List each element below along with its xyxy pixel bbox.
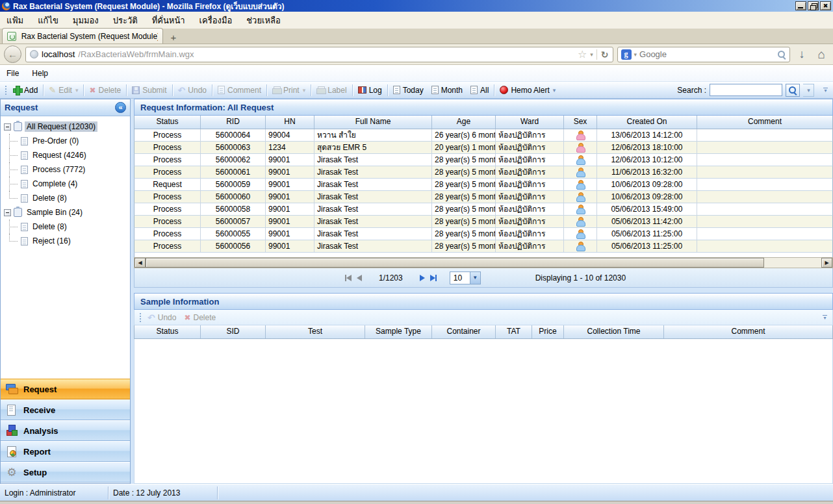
nav-item-setup[interactable]: ⚙ Setup	[1, 462, 130, 483]
nav-item-analysis[interactable]: Analysis	[1, 420, 130, 441]
table-row[interactable]: Request 56000059 99001 Jirasak Test 28 y…	[134, 179, 833, 191]
hemo-alert-button[interactable]: Hemo Alert ▾	[496, 83, 559, 97]
table-row[interactable]: Process 56000056 99001 Jirasak Test 28 y…	[134, 240, 833, 253]
menu-edit-th[interactable]: แก้ไข	[38, 14, 58, 27]
back-button[interactable]: ←	[4, 45, 21, 63]
column-header-comment[interactable]: Comment	[664, 325, 832, 338]
column-header-rid[interactable]: RID	[201, 116, 266, 129]
new-tab-button[interactable]: +	[165, 31, 182, 44]
browser-search-input[interactable]	[639, 49, 774, 59]
menu-history-th[interactable]: ประวัติ	[113, 14, 138, 27]
all-button[interactable]: All	[467, 83, 493, 97]
nav-item-request[interactable]: Request	[1, 379, 130, 399]
column-header-comment[interactable]: Comment	[697, 116, 832, 129]
tree-item-sample-bin[interactable]: Sample Bin (24)	[1, 205, 130, 220]
table-row[interactable]: Process 56000057 99001 Jirasak Test 28 y…	[134, 216, 833, 228]
next-page-button[interactable]	[420, 275, 425, 281]
tree-item-request[interactable]: Request (4246)	[1, 148, 130, 162]
scroll-left-icon[interactable]: ◀	[135, 258, 146, 268]
app-menu-file[interactable]: File	[6, 69, 19, 78]
column-header-sex[interactable]: Sex	[564, 116, 597, 129]
table-row[interactable]: Process 56000060 99001 Jirasak Test 28 y…	[134, 191, 833, 203]
scrollbar-thumb[interactable]	[146, 258, 764, 268]
toolbar-overflow-icon[interactable]	[821, 315, 828, 320]
restore-button[interactable]	[808, 1, 819, 10]
tree-item-complete[interactable]: Complete (4)	[1, 177, 130, 191]
comment-button[interactable]: Comment	[214, 83, 265, 97]
menu-tools-th[interactable]: เครื่องมือ	[199, 14, 233, 27]
table-row[interactable]: Process 56000063 1234 สุดสวย EMR 5 20 ye…	[134, 142, 833, 154]
column-header-status[interactable]: Status	[135, 116, 201, 129]
last-page-button[interactable]	[430, 275, 437, 281]
label-button[interactable]: Label	[313, 83, 350, 97]
undo-button[interactable]: Undo	[174, 83, 211, 97]
nav-item-receive[interactable]: Receive	[1, 399, 130, 420]
chevron-down-icon[interactable]: ▼	[470, 272, 480, 284]
add-button[interactable]: Add	[9, 83, 42, 97]
google-icon[interactable]: g	[621, 49, 632, 60]
column-header-sample-type[interactable]: Sample Type	[365, 325, 432, 338]
column-header-sid[interactable]: SID	[201, 325, 266, 338]
prev-page-button[interactable]	[357, 275, 362, 281]
menu-file-th[interactable]: แฟ้ม	[6, 14, 23, 27]
tree-item-all-request[interactable]: All Request (12030)	[1, 120, 130, 134]
delete-button[interactable]: Delete	[85, 83, 125, 97]
bookmark-star-icon[interactable]: ☆	[578, 48, 587, 60]
print-button[interactable]: Print ▾	[268, 83, 309, 97]
column-header-status[interactable]: Status	[135, 325, 201, 338]
tree-item-delete[interactable]: Delete (8)	[1, 191, 130, 205]
menu-bookmarks-th[interactable]: ที่คั่นหน้า	[152, 14, 185, 27]
sample-delete-button[interactable]: Delete	[180, 310, 220, 325]
scroll-right-icon[interactable]: ▶	[821, 258, 832, 268]
table-row[interactable]: Process 56000058 99001 Jirasak Test 28 y…	[134, 203, 833, 216]
tree-item-pre-order[interactable]: Pre-Order (0)	[1, 134, 130, 148]
close-button[interactable]: ✖	[820, 1, 831, 10]
column-header-created[interactable]: Created On	[597, 116, 697, 129]
search-input[interactable]	[710, 84, 782, 96]
table-row[interactable]: Process 56000062 99001 Jirasak Test 28 y…	[134, 154, 833, 166]
search-options-button[interactable]: ▾	[803, 84, 814, 97]
horizontal-scrollbar[interactable]: ◀ ▶	[134, 257, 833, 268]
column-header-hn[interactable]: HN	[266, 116, 314, 129]
column-header-tat[interactable]: TAT	[496, 325, 532, 338]
log-button[interactable]: Log	[354, 83, 386, 97]
submit-button[interactable]: Submit	[128, 83, 170, 97]
today-button[interactable]: Today	[389, 83, 428, 97]
table-row[interactable]: Process 56000064 99004 หวาน สำใย 26 year…	[134, 129, 833, 142]
month-button[interactable]: Month	[428, 83, 467, 97]
table-row[interactable]: Process 56000061 99001 Jirasak Test 28 y…	[134, 166, 833, 179]
collapse-toggle-icon[interactable]	[4, 123, 11, 131]
sample-undo-button[interactable]: Undo	[144, 310, 180, 325]
first-page-button[interactable]	[345, 275, 352, 281]
toolbar-overflow-icon[interactable]	[822, 88, 829, 92]
search-engine-dropdown-icon[interactable]: ▾	[634, 51, 637, 58]
active-tab[interactable]: Rax Bacterial System (Request Module)	[2, 28, 163, 44]
column-header-age[interactable]: Age	[432, 116, 496, 129]
column-header-price[interactable]: Price	[532, 325, 564, 338]
tree-item-reject[interactable]: Reject (16)	[1, 234, 130, 248]
reload-icon[interactable]: ↻	[596, 49, 609, 60]
scrollbar-track[interactable]	[764, 258, 821, 268]
minimize-button[interactable]	[795, 1, 806, 10]
column-header-test[interactable]: Test	[266, 325, 365, 338]
downloads-icon[interactable]: ↓	[794, 47, 810, 61]
menu-help-th[interactable]: ช่วยเหลือ	[246, 14, 281, 27]
app-menu-help[interactable]: Help	[32, 69, 48, 78]
column-header-container[interactable]: Container	[432, 325, 496, 338]
search-go-icon[interactable]	[777, 50, 786, 59]
url-bar[interactable]: localhost /RaxBacteriaWeb/frmMain.wgx ☆ …	[25, 47, 613, 62]
page-size-select[interactable]: 10 ▼	[450, 271, 481, 284]
tree-item-bin-delete[interactable]: Delete (8)	[1, 220, 130, 234]
menu-view-th[interactable]: มุมมอง	[73, 14, 99, 27]
collapse-panel-button[interactable]: «	[115, 102, 126, 113]
column-header-ward[interactable]: Ward	[496, 116, 564, 129]
column-header-fullname[interactable]: Full Name	[314, 116, 432, 129]
edit-button[interactable]: Edit ▾	[45, 83, 82, 97]
url-dropdown-icon[interactable]: ▾	[590, 51, 593, 58]
home-icon[interactable]: ⌂	[814, 47, 829, 62]
nav-item-report[interactable]: Report	[1, 441, 130, 462]
collapse-toggle-icon[interactable]	[4, 209, 11, 216]
browser-search-bar[interactable]: g ▾	[617, 47, 790, 62]
tree-item-process[interactable]: Process (7772)	[1, 162, 130, 177]
table-row[interactable]: Process 56000055 99001 Jirasak Test 28 y…	[134, 228, 833, 240]
